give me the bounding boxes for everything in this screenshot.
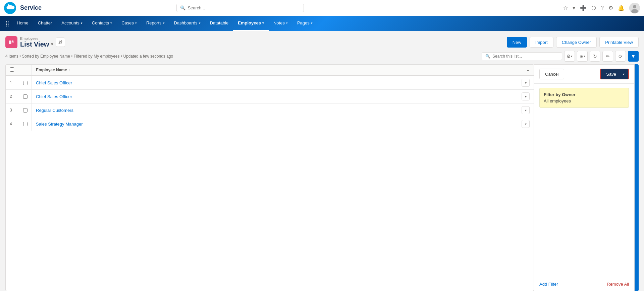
columns-icon: ⊞ bbox=[580, 54, 584, 59]
nav-item-pages-chevron[interactable]: ▾ bbox=[311, 21, 313, 25]
refresh-button[interactable]: ↻ bbox=[590, 51, 600, 62]
row-action-button[interactable]: ▾ bbox=[522, 106, 530, 114]
nav-item-datatable[interactable]: Datatable bbox=[205, 16, 233, 31]
nav-item-dashboards[interactable]: Dashboards▾ bbox=[169, 16, 205, 31]
filter-save-chevron-icon[interactable]: ▾ bbox=[619, 69, 628, 79]
nav-item-employees[interactable]: Employees▾ bbox=[233, 16, 269, 31]
remove-all-link[interactable]: Remove All bbox=[607, 282, 629, 287]
nav-item-employees-chevron[interactable]: ▾ bbox=[262, 21, 264, 25]
nav-item-dashboards-chevron[interactable]: ▾ bbox=[199, 21, 201, 25]
row-number: 1 bbox=[10, 80, 20, 85]
employee-name-link[interactable]: Sales Strategy Manager bbox=[36, 122, 83, 127]
add-icon[interactable]: ➕ bbox=[580, 5, 587, 11]
import-button[interactable]: Import bbox=[530, 37, 553, 48]
employee-name-link[interactable]: Chief Sales Officer bbox=[36, 94, 72, 99]
nav-item-cases[interactable]: Cases▾ bbox=[117, 16, 142, 31]
nav-item-notes[interactable]: Notes▾ bbox=[269, 16, 292, 31]
filter-panel: Cancel Save ▾ Filter by Owner All employ… bbox=[534, 64, 635, 291]
nav-item-pages[interactable]: Pages▾ bbox=[292, 16, 317, 31]
nav-item-accounts-chevron[interactable]: ▾ bbox=[81, 21, 83, 25]
nav-item-chatter[interactable]: Chatter bbox=[33, 16, 57, 31]
nav-item-reports[interactable]: Reports▾ bbox=[142, 16, 169, 31]
user-avatar[interactable] bbox=[629, 3, 640, 13]
new-button[interactable]: New bbox=[507, 37, 527, 48]
row-checkbox-cell: 1 bbox=[6, 76, 32, 90]
favorites-chevron[interactable]: ▾ bbox=[573, 5, 575, 11]
employee-name-cell: Sales Strategy Manager ▾ bbox=[32, 117, 534, 131]
nav-item-accounts[interactable]: Accounts▾ bbox=[57, 16, 87, 31]
nav-item-reports-chevron[interactable]: ▾ bbox=[163, 21, 165, 25]
svg-rect-5 bbox=[12, 42, 14, 43]
setup-assistant-icon[interactable]: ⬡ bbox=[591, 5, 596, 11]
filter-card[interactable]: Filter by Owner All employees bbox=[539, 88, 629, 108]
change-owner-button[interactable]: Change Owner bbox=[556, 37, 597, 48]
row-action-button[interactable]: ▾ bbox=[522, 79, 530, 87]
app-name: Service bbox=[20, 4, 42, 11]
favorites-icon[interactable]: ☆ bbox=[563, 5, 568, 11]
nav-item-contacts-chevron[interactable]: ▾ bbox=[110, 21, 112, 25]
notifications-icon[interactable]: 🔔 bbox=[618, 5, 625, 11]
filter-card-title: Filter by Owner bbox=[544, 92, 625, 97]
nav-item-cases-chevron[interactable]: ▾ bbox=[135, 21, 137, 25]
row-checkbox[interactable] bbox=[23, 108, 28, 113]
list-view-pin-button[interactable] bbox=[56, 38, 65, 47]
add-filter-link[interactable]: Add Filter bbox=[539, 282, 558, 287]
salesforce-logo[interactable] bbox=[4, 2, 16, 14]
table-row: 4 Sales Strategy Manager ▾ bbox=[6, 117, 534, 131]
settings-icon[interactable]: ⚙ bbox=[608, 5, 613, 11]
global-search-input[interactable] bbox=[187, 5, 300, 10]
row-checkbox[interactable] bbox=[23, 81, 28, 85]
select-all-checkbox[interactable] bbox=[10, 67, 14, 72]
global-search[interactable]: 🔍 bbox=[176, 4, 304, 12]
edit-columns-button[interactable]: ✏ bbox=[602, 51, 613, 62]
search-icon: 🔍 bbox=[180, 5, 185, 10]
row-number: 2 bbox=[10, 94, 20, 99]
gear-icon: ⚙ bbox=[567, 54, 571, 59]
employee-name-cell: Regular Customers ▾ bbox=[32, 103, 534, 117]
list-view-icon bbox=[5, 36, 17, 48]
filter-cancel-button[interactable]: Cancel bbox=[539, 69, 564, 79]
filter-button[interactable]: ▼ bbox=[628, 51, 639, 62]
list-search-input[interactable] bbox=[492, 54, 558, 59]
svg-rect-4 bbox=[9, 41, 11, 44]
row-action-button[interactable]: ▾ bbox=[522, 92, 530, 100]
nav-item-notes-chevron[interactable]: ▾ bbox=[286, 21, 288, 25]
list-view-title: List View ▾ bbox=[20, 41, 53, 48]
refresh-icon: ↻ bbox=[593, 54, 597, 59]
sync-icon: ⟳ bbox=[619, 54, 623, 59]
refresh-list-button[interactable]: ⟳ bbox=[615, 51, 626, 62]
row-number: 3 bbox=[10, 108, 20, 113]
right-edge-bar bbox=[635, 64, 639, 291]
table-row: 2 Chief Sales Officer ▾ bbox=[6, 90, 534, 103]
employee-name-label: Employee Name bbox=[36, 68, 67, 72]
list-view-header-left: Employees List View ▾ bbox=[5, 36, 65, 48]
row-checkbox-cell: 2 bbox=[6, 90, 32, 103]
column-expand-icon[interactable]: ⌄ bbox=[526, 68, 530, 72]
printable-view-button[interactable]: Printable View bbox=[599, 37, 639, 48]
list-view-title-chevron[interactable]: ▾ bbox=[51, 42, 53, 47]
table-row: 3 Regular Customers ▾ bbox=[6, 103, 534, 117]
employee-name-link[interactable]: Regular Customers bbox=[36, 108, 73, 113]
grid-menu-icon[interactable]: ⣿ bbox=[3, 16, 12, 31]
filter-footer: Add Filter Remove All bbox=[534, 282, 634, 291]
list-search-container[interactable]: 🔍 bbox=[482, 52, 562, 60]
row-checkbox[interactable] bbox=[23, 122, 28, 126]
sort-asc-icon[interactable]: ↑ bbox=[68, 68, 70, 72]
column-chooser-button[interactable]: ⊞ ▾ bbox=[577, 51, 588, 62]
help-icon[interactable]: ? bbox=[601, 5, 604, 11]
nav-item-home[interactable]: Home bbox=[12, 16, 33, 31]
row-checkbox[interactable] bbox=[23, 94, 28, 99]
nav-item-contacts[interactable]: Contacts▾ bbox=[87, 16, 117, 31]
data-table: Employee Name ↑ ⌄ 1 bbox=[6, 65, 534, 131]
filter-icon: ▼ bbox=[631, 54, 636, 59]
employee-name-link[interactable]: Chief Sales Officer bbox=[36, 80, 72, 85]
status-controls: 🔍 ⚙ ▾ ⊞ ▾ ↻ ✏ ⟳ ▼ bbox=[482, 51, 639, 62]
row-checkbox-cell: 4 bbox=[6, 117, 32, 131]
row-action-button[interactable]: ▾ bbox=[522, 120, 530, 128]
filter-save-button[interactable]: Save ▾ bbox=[600, 69, 629, 79]
list-controls-gear-button[interactable]: ⚙ ▾ bbox=[564, 51, 575, 62]
top-navigation: Service 🔍 ☆ ▾ ➕ ⬡ ? ⚙ 🔔 bbox=[0, 0, 644, 16]
svg-point-2 bbox=[633, 5, 636, 8]
filter-save-label: Save bbox=[606, 72, 619, 77]
status-bar: 4 items • Sorted by Employee Name • Filt… bbox=[5, 51, 639, 62]
